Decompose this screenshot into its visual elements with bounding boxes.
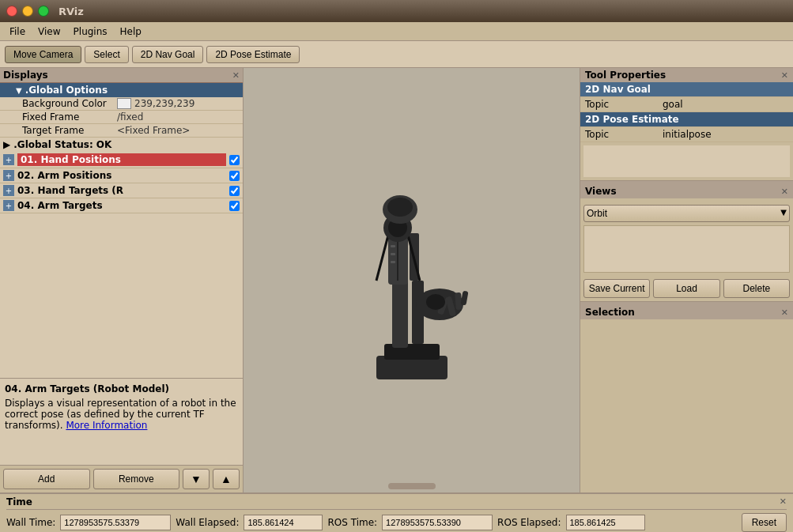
views-dropdown[interactable]: Orbit FPS ThirdPersonFollower TopDown Or… — [583, 205, 790, 222]
remove-button[interactable]: Remove — [93, 469, 180, 489]
fixed-frame-label: Fixed Frame — [22, 111, 117, 123]
wall-elapsed-input[interactable] — [244, 515, 323, 530]
tool-properties-header: Tool Properties ✕ — [580, 68, 793, 82]
display-item-01[interactable]: + 01. Hand Positions — [0, 152, 243, 168]
more-information-link[interactable]: More Information — [66, 420, 147, 431]
menu-help[interactable]: Help — [114, 25, 148, 39]
selection-close-icon[interactable]: ✕ — [781, 308, 788, 318]
toolbar: Move Camera Select 2D Nav Goal 2D Pose E… — [0, 41, 793, 68]
svg-point-18 — [426, 294, 445, 310]
selection-title: Selection — [585, 307, 635, 318]
background-color-label: Background Color — [22, 98, 117, 109]
save-current-button[interactable]: Save Current — [583, 279, 650, 298]
display-item-03[interactable]: + 03. Hand Targets (R — [0, 183, 243, 198]
view-scrollbar[interactable] — [388, 483, 436, 489]
description-text: Displays a visual representation of a ro… — [5, 398, 238, 431]
delete-button[interactable]: Delete — [723, 279, 790, 298]
displays-close-icon[interactable]: ✕ — [232, 70, 240, 81]
global-status-expand-icon: ▶ — [3, 139, 10, 150]
move-camera-button[interactable]: Move Camera — [5, 46, 81, 63]
tool-properties-close-icon[interactable]: ✕ — [781, 70, 788, 81]
display-item-03-name: 03. Hand Targets (R — [17, 185, 226, 196]
displays-title: Displays — [3, 70, 48, 81]
display-item-02[interactable]: + 02. Arm Positions — [0, 168, 243, 183]
pose-estimate-button[interactable]: 2D Pose Estimate — [206, 46, 300, 63]
nav-goal-topic-label: Topic — [580, 97, 658, 112]
3d-view[interactable] — [244, 68, 580, 492]
views-close-icon[interactable]: ✕ — [781, 187, 788, 197]
description-box: 04. Arm Targets (Robot Model) Displays a… — [0, 378, 243, 465]
background-color-row: Background Color 239,239,239 — [0, 97, 243, 111]
minimize-button[interactable] — [22, 6, 33, 17]
ros-elapsed-label: ROS Elapsed: — [497, 517, 561, 528]
global-options-header[interactable]: ▼ .Global Options — [0, 83, 243, 97]
display-item-01-expand-icon[interactable]: + — [3, 154, 14, 165]
robot-visualization — [313, 166, 511, 395]
views-empty-area — [583, 225, 790, 273]
svg-rect-21 — [391, 261, 395, 263]
window-title: RViz — [59, 6, 84, 17]
move-down-button[interactable]: ▼ — [183, 469, 210, 489]
add-button[interactable]: Add — [3, 469, 90, 489]
display-item-04-checkbox[interactable] — [229, 201, 240, 211]
wall-time-input[interactable] — [60, 515, 171, 530]
main-area: Displays ✕ ▼ .Global Options Background … — [0, 68, 793, 492]
time-bar-title: Time — [6, 496, 32, 507]
tool-properties-table: 2D Nav Goal Topic goal 2D Pose Estimate … — [580, 82, 793, 142]
svg-rect-19 — [391, 245, 395, 247]
maximize-button[interactable] — [38, 6, 49, 17]
fixed-frame-value: /fixed — [117, 111, 240, 123]
display-item-03-expand-icon[interactable]: + — [3, 185, 14, 196]
target-frame-value: <Fixed Frame> — [117, 125, 240, 136]
menu-file[interactable]: File — [3, 25, 32, 39]
reset-button[interactable]: Reset — [742, 513, 787, 532]
global-status-header[interactable]: ▶ .Global Status: OK — [0, 138, 243, 152]
displays-buttons: Add Remove ▼ ▲ — [0, 465, 243, 492]
time-bar-controls: Wall Time: Wall Elapsed: ROS Time: ROS E… — [6, 513, 787, 532]
display-item-04[interactable]: + 04. Arm Targets — [0, 198, 243, 213]
display-item-02-expand-icon[interactable]: + — [3, 170, 14, 181]
close-button[interactable] — [6, 6, 17, 17]
right-panel: Tool Properties ✕ 2D Nav Goal Topic goal… — [580, 68, 793, 492]
nav-goal-topic-row: Topic goal — [580, 97, 793, 112]
nav-goal-topic-value: goal — [658, 97, 793, 112]
views-header: Views ✕ — [580, 184, 793, 198]
load-button[interactable]: Load — [653, 279, 719, 298]
display-item-01-name: 01. Hand Positions — [17, 153, 226, 166]
move-up-button[interactable]: ▲ — [213, 469, 240, 489]
tool-properties-empty — [583, 145, 790, 177]
time-bar-close-icon[interactable]: ✕ — [780, 496, 787, 507]
menu-bar: File View Plugins Help — [0, 22, 793, 41]
display-item-01-checkbox[interactable] — [229, 155, 240, 165]
pose-estimate-topic-label: Topic — [580, 127, 658, 142]
display-item-02-name: 02. Arm Positions — [17, 170, 226, 181]
pose-estimate-header: 2D Pose Estimate — [580, 112, 793, 127]
nav-goal-header: 2D Nav Goal — [580, 82, 793, 97]
target-frame-row: Target Frame <Fixed Frame> — [0, 124, 243, 138]
menu-view[interactable]: View — [32, 25, 66, 39]
svg-point-12 — [387, 198, 413, 217]
global-options-expand-icon: ▼ — [16, 86, 22, 95]
views-title: Views — [585, 186, 617, 197]
display-item-03-checkbox[interactable] — [229, 186, 240, 196]
select-button[interactable]: Select — [85, 46, 128, 63]
fixed-frame-row: Fixed Frame /fixed — [0, 111, 243, 124]
views-dropdown-wrapper: Orbit FPS ThirdPersonFollower TopDown Or… — [583, 202, 790, 222]
time-bar-header-row: Time ✕ — [6, 495, 787, 510]
displays-panel: Displays ✕ ▼ .Global Options Background … — [0, 68, 244, 492]
global-options-label: .Global Options — [25, 85, 108, 96]
displays-tree[interactable]: ▼ .Global Options Background Color 239,2… — [0, 83, 243, 378]
ros-elapsed-input[interactable] — [566, 515, 645, 530]
svg-rect-16 — [460, 290, 468, 305]
menu-plugins[interactable]: Plugins — [67, 25, 114, 39]
time-bar-inner: Time ✕ Wall Time: Wall Elapsed: ROS Time… — [6, 495, 787, 532]
display-item-02-checkbox[interactable] — [229, 171, 240, 181]
background-color-swatch[interactable] — [117, 98, 131, 109]
title-bar: RViz — [0, 0, 793, 22]
displays-header: Displays ✕ — [0, 68, 243, 83]
time-bar: Time ✕ Wall Time: Wall Elapsed: ROS Time… — [0, 492, 793, 532]
views-section: Views ✕ Orbit FPS ThirdPersonFollower To… — [580, 184, 793, 302]
nav-goal-button[interactable]: 2D Nav Goal — [132, 46, 204, 63]
display-item-04-expand-icon[interactable]: + — [3, 200, 14, 211]
ros-time-input[interactable] — [382, 515, 493, 530]
